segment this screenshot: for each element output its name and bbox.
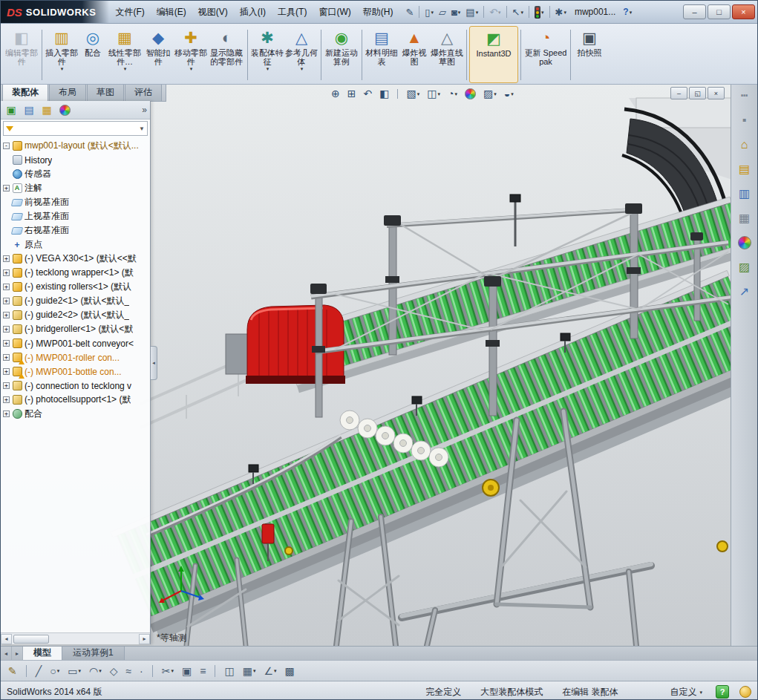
save-doc-button[interactable]: ◙▾ [449,6,463,19]
tree-item[interactable]: +(-) bridgeroller<1> (默认<默 [3,322,150,336]
window-maximize-button[interactable]: □ [708,4,731,19]
tree-item[interactable]: +A注解 [3,181,150,195]
tree-expander[interactable]: + [3,354,10,361]
explode-line-sketch-button[interactable]: △爆炸直线草图 [430,26,464,83]
exploded-view-button[interactable]: ▲爆炸视图 [399,26,430,83]
convert-entities-button[interactable]: ▣ [180,665,193,677]
tree-expander[interactable]: + [3,340,10,347]
panel-expand-button[interactable]: » [142,105,147,115]
tree-expander[interactable]: + [3,312,10,318]
section-view-button[interactable]: ◧ [378,88,391,99]
circle-button[interactable]: ○▾ [48,665,61,677]
command-tab-3[interactable]: 评估 [125,85,162,101]
arc-button[interactable]: ◠▾ [88,665,103,677]
tree-item[interactable]: -mwp001-layout (默认<默认... [3,139,150,153]
tree-expander[interactable]: + [3,396,10,403]
point-button[interactable]: · [138,665,145,677]
doc-restore-button[interactable]: ◱ [689,87,706,99]
rapid-sketch-button[interactable]: ▩ [284,665,296,677]
tree-expander[interactable]: + [3,410,10,417]
display-style-button[interactable]: ◫▾ [425,88,442,99]
featuremanager-tab-tab[interactable]: ▣ [4,103,19,117]
tree-item[interactable]: 传感器 [3,167,150,181]
hide-show-button[interactable]: ◔▾ [446,88,459,99]
doc-tab-1[interactable]: 运动算例1 [62,647,125,660]
tree-item[interactable]: +(-) guide2<2> (默认<默认_ [3,308,150,322]
mate-button[interactable]: ◎配合 [79,26,107,83]
command-tab-2[interactable]: 草图 [87,85,124,101]
tree-expander[interactable]: + [3,269,10,276]
doc-tab-nav-0[interactable]: ◂ [1,647,12,660]
menu-item-5[interactable]: 窗口(W) [313,3,356,22]
tree-item[interactable]: +配合 [3,407,150,421]
assembly-features-button[interactable]: ✱装配体特征▾ [250,26,284,83]
custom-dropdown[interactable]: 自定义 ▾ [670,686,702,699]
instant3d-button[interactable]: ◩Instant3D [469,26,518,83]
window-close-button[interactable]: × [732,4,755,19]
help-button[interactable]: ? [623,7,628,17]
propertymanager-tab-tab[interactable]: ▤ [22,103,36,117]
tree-item[interactable]: +(-) existing rollers<1> (默认 [3,280,150,294]
polygon-button[interactable]: ◇ [108,665,120,677]
tree-expander[interactable]: + [3,185,10,192]
tree-item[interactable]: +(-) tecklong wrapper<1> (默 [3,266,150,280]
sw-resources-button[interactable]: ⌂ [736,137,754,153]
menu-item-6[interactable]: 帮助(H) [357,3,399,22]
tree-item[interactable]: +原点 [3,238,150,252]
view-palette-button[interactable]: ▦ [736,210,754,226]
linear-pattern-button[interactable]: ▦▾ [241,665,258,677]
mirror-button[interactable]: ◫ [223,665,235,677]
zoom-fit-button[interactable]: ⊕ [330,88,342,99]
menu-item-4[interactable]: 工具(T) [272,3,313,22]
bill-of-materials-button[interactable]: ▤材料明细表 [365,26,399,83]
undo-button[interactable]: ↶▾ [487,6,503,19]
tree-item[interactable]: +(-) MWP001-bottle con... [3,364,150,379]
tree-expander[interactable]: + [3,368,10,375]
print-doc-button[interactable]: ▤▾ [463,6,480,19]
tree-expander[interactable]: + [3,255,10,262]
taskpane-pin-button[interactable]: ▪ [736,112,754,128]
tree-item[interactable]: 上视基准面 [3,209,150,223]
fm-horizontal-scrollbar[interactable]: ◂ ▸ [1,632,150,644]
tree-filter[interactable]: ▼ [3,121,148,136]
menu-item-0[interactable]: 文件(F) [109,3,150,22]
filter-caret-icon[interactable]: ▼ [139,125,145,132]
menu-item-2[interactable]: 视图(V) [192,3,234,22]
configurationmanager-tab-tab[interactable]: ▦ [39,103,54,117]
tree-item[interactable]: +(-) VEGA X30<1> (默认<<默 [3,252,150,266]
tree-item[interactable]: 右视基准面 [3,223,150,238]
tree-item[interactable]: +(-) photocellsupport<1> (默 [3,393,150,407]
tree-item[interactable]: +(-) MWP001-belt conveyor< [3,336,150,350]
scroll-right-button[interactable]: ▸ [139,634,150,644]
view-settings-button[interactable]: ◒▾ [503,88,515,99]
quick-tip-button[interactable]: ✎ [403,6,416,19]
take-snapshot-button[interactable]: ▣拍快照 [573,26,606,83]
tree-item[interactable]: +(-) connection to tecklong v [3,379,150,393]
trim-button[interactable]: ✂▾ [160,665,175,677]
menu-item-1[interactable]: 编辑(E) [151,3,192,22]
select-tool-button[interactable]: ↖▾ [510,6,526,19]
sketch-button[interactable]: ✎ [7,665,19,677]
rebuild-button[interactable]: ▾ [532,4,546,20]
edit-appearance-button[interactable] [463,88,477,100]
panel-collapse-handle[interactable]: ◂ [151,346,157,380]
linear-component-pattern-button[interactable]: ▦线性零部件…▾ [107,26,143,83]
show-hidden-components-button[interactable]: ◐显示隐藏的零部件 [208,26,245,83]
file-explorer-button[interactable]: ▥ [736,186,754,202]
doc-close-button[interactable]: × [708,87,725,99]
appearances-button[interactable] [736,235,754,251]
options-button[interactable]: ✱▾ [553,6,569,19]
doc-tab-nav-1[interactable]: ▸ [12,647,23,660]
displaymanager-tab-tab[interactable] [57,103,72,117]
scrollbar-thumb[interactable] [13,635,49,644]
insert-components-button[interactable]: ▥插入零部件▾ [45,26,79,83]
tree-expander[interactable]: + [3,298,10,304]
new-motion-study-button[interactable]: ◉新建运动算例 [324,26,359,83]
share-button[interactable]: ↗ [736,284,754,300]
tree-item[interactable]: +(-) MWP001-roller con... [3,350,150,364]
window-minimize-button[interactable]: – [683,4,706,19]
spline-button[interactable]: ≈ [124,665,133,677]
update-speedpak-button[interactable]: ◔更新 Speedpak [523,26,568,83]
status-help-button[interactable]: ? [716,685,729,699]
zoom-area-button[interactable]: ⊞ [346,88,358,99]
